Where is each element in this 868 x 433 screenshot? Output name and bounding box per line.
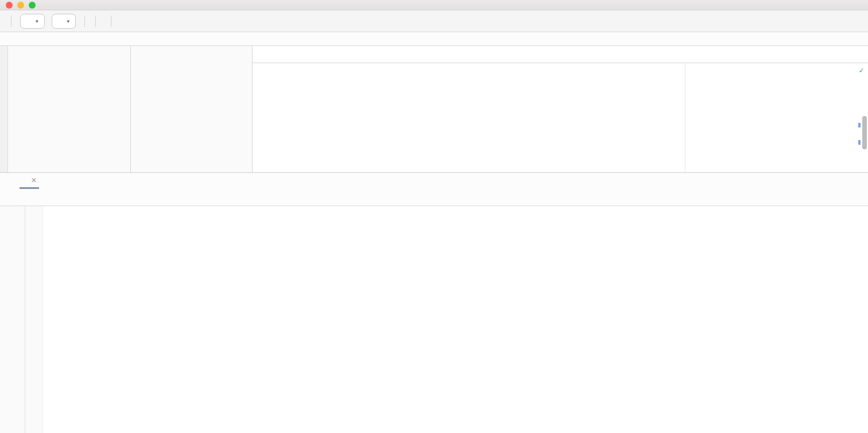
- close-icon[interactable]: ✕: [31, 176, 37, 184]
- zoom-window-button[interactable]: [29, 2, 36, 9]
- structure-panel-header: [131, 46, 252, 62]
- chevron-down-icon: ▾: [36, 18, 38, 24]
- toolbar-separator: [111, 16, 111, 27]
- scrollbar-change-mark: [858, 123, 861, 127]
- main-toolbar: ▾ ▾: [0, 10, 868, 32]
- ide-window: ▾ ▾: [0, 0, 868, 433]
- project-panel-header: [8, 46, 130, 62]
- debug-console[interactable]: [42, 206, 868, 433]
- structure-panel: [131, 46, 253, 172]
- toolbar-separator: [11, 16, 11, 27]
- tool-window-stripe: [0, 46, 8, 172]
- project-panel: [8, 46, 131, 172]
- debug-panel: ✕: [0, 172, 868, 433]
- debug-session-tab[interactable]: ✕: [20, 173, 39, 189]
- main-area: ✓: [0, 46, 868, 172]
- debug-body: [0, 206, 868, 433]
- inspections-ok-icon[interactable]: ✓: [859, 65, 864, 75]
- right-margin-guide: [685, 63, 685, 172]
- chevron-down-icon: ▾: [67, 18, 70, 24]
- debug-header: ✕: [0, 173, 868, 189]
- breadcrumb: [0, 32, 868, 46]
- close-window-button[interactable]: [6, 2, 13, 9]
- editor-body[interactable]: ✓: [253, 63, 868, 172]
- minimize-window-button[interactable]: [17, 2, 24, 9]
- toolbar-separator: [84, 16, 85, 27]
- debug-toolbar: [0, 189, 868, 206]
- editor-scrollbar[interactable]: [862, 116, 867, 149]
- toolbar-separator: [95, 16, 96, 27]
- run-config-selector[interactable]: ▾: [52, 14, 76, 29]
- device-selector[interactable]: ▾: [20, 14, 45, 29]
- editor-tabbar: [253, 46, 868, 63]
- editor: ✓: [253, 46, 868, 172]
- titlebar: [0, 0, 868, 10]
- scrollbar-change-mark: [858, 140, 861, 145]
